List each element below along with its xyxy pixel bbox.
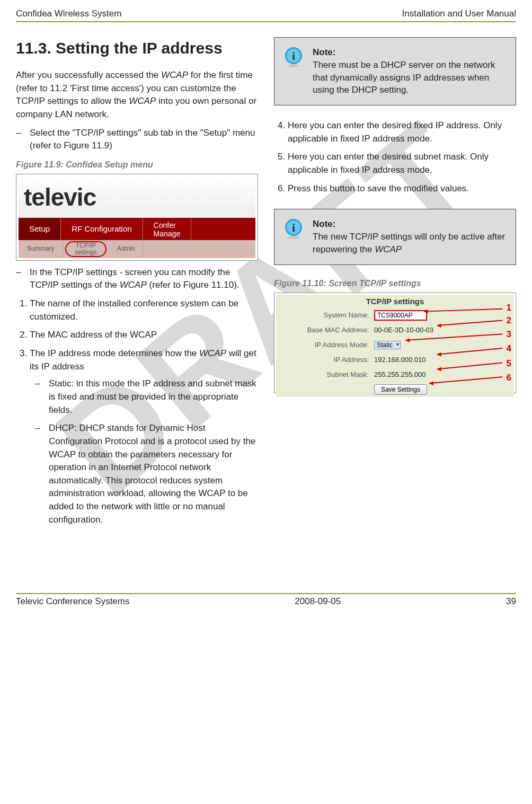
list-item-5: Here you can enter the desired subnet ma…: [288, 151, 516, 176]
subtab-summary[interactable]: Summary: [19, 240, 63, 258]
subtab-admin[interactable]: Admin: [109, 240, 144, 258]
intro-paragraph: After you successfully accessed the WCAP…: [16, 69, 258, 121]
figure-10-caption: Figure 11.10: Screen TCP/IP settings: [274, 279, 516, 288]
value-mac: 00-0E-3D-10-00-03: [374, 326, 433, 334]
info-icon: i: [283, 218, 304, 239]
callout-5: 5: [507, 358, 511, 369]
callout-3: 3: [507, 329, 511, 340]
tab-conference-management[interactable]: Confer Manage: [143, 218, 192, 240]
label-mask: Subnet Mask:: [276, 370, 370, 378]
note1-label: Note:: [313, 47, 335, 57]
label-ip: IP Address:: [276, 356, 370, 364]
list-item-3: The IP address mode determines how the W…: [30, 347, 258, 526]
callout-4: 4: [507, 343, 511, 354]
list-item-3b-dhcp: DHCP: DHCP stands for Dynamic Host Confi…: [49, 422, 258, 526]
label-system-name: System Name:: [276, 311, 370, 319]
main-tabs: Setup RF Configuration Confer Manage: [19, 218, 255, 240]
note-repower: i Note: The new TCP/IP settings will onl…: [274, 209, 516, 264]
bullet-select-tcp: Select the "TCP/IP settings" sub tab in …: [30, 127, 258, 153]
figure-9-caption: Figure 11.9: Confidea Setup menu: [16, 160, 258, 170]
list-item-4: Here you can enter the desired fixed IP …: [288, 119, 516, 145]
figure-10-tcpip: TCP/IP settings System Name: TCS9000AP B…: [274, 293, 516, 393]
subtab-tcpip-settings[interactable]: TCP/IP settings: [65, 241, 106, 257]
label-ip-mode: IP Address Mode:: [276, 341, 370, 349]
svg-point-3: [288, 65, 299, 67]
list-item-3a-static: Static: in this mode the IP address and …: [49, 377, 258, 417]
sub-tabs: Summary TCP/IP settings Admin: [19, 240, 255, 258]
section-heading: 11.3. Setting the IP address: [16, 39, 258, 57]
figure-9-setup-menu: televic Setup RF Configuration Confer Ma…: [16, 174, 258, 261]
callout-6: 6: [507, 373, 511, 383]
info-icon: i: [283, 46, 304, 67]
page-footer: Televic Conference Systems 2008-09-05 39: [16, 593, 516, 607]
header-right: Installation and User Manual: [402, 8, 516, 19]
label-mac: Base MAC Address:: [276, 326, 370, 334]
footer-left: Televic Conference Systems: [16, 596, 129, 607]
note-dhcp: i Note: There must be a DHCP server on t…: [274, 37, 516, 105]
svg-text:i: i: [292, 221, 295, 234]
list-item-2: The MAC address of the WCAP: [30, 329, 258, 342]
list-item-1: The name of the installed conference sys…: [30, 297, 258, 323]
callout-2: 2: [507, 315, 511, 326]
save-settings-button[interactable]: Save Settings: [374, 384, 427, 395]
value-ip: 192.168.000.010: [374, 356, 426, 364]
svg-point-7: [288, 236, 299, 239]
tab-rf-configuration[interactable]: RF Configuration: [61, 218, 143, 240]
footer-page-number: 39: [506, 596, 516, 607]
note2-text: The new TCP/IP settings will only be act…: [313, 232, 505, 254]
footer-date: 2008-09-05: [295, 596, 341, 607]
tab-setup[interactable]: Setup: [19, 218, 61, 240]
list-item-6: Press this button to save the modified v…: [288, 182, 516, 196]
input-system-name[interactable]: TCS9000AP: [374, 310, 427, 321]
tcp-panel-title: TCP/IP settings: [276, 295, 514, 308]
value-mask: 255.255.255.000: [374, 370, 426, 378]
page-header: Confidea Wireless System Installation an…: [16, 8, 516, 22]
note1-text: There must be a DHCP server on the netwo…: [313, 60, 495, 95]
svg-text:i: i: [292, 49, 295, 63]
select-ip-mode[interactable]: Static: [374, 341, 401, 349]
televic-logo: televic: [24, 183, 96, 211]
header-left: Confidea Wireless System: [16, 8, 121, 19]
callout-1: 1: [507, 303, 511, 313]
bullet-modify: In the TCP/IP settings - screen you can …: [30, 266, 258, 292]
note2-label: Note:: [313, 219, 335, 229]
